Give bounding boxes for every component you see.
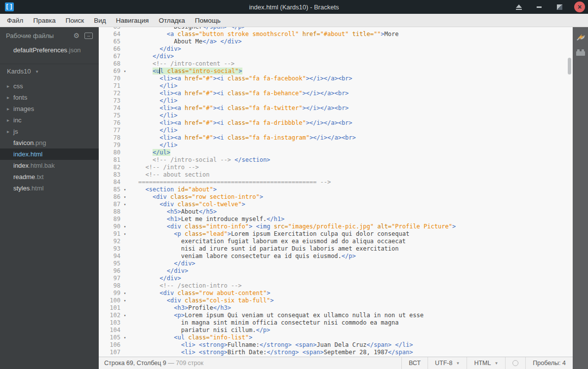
encoding-selector[interactable]: UTF-8 ▼ — [428, 357, 467, 369]
code-line-82[interactable]: 82 <!-- /intro --> — [99, 164, 573, 171]
chevron-right-icon[interactable]: ▸ — [7, 92, 9, 103]
code-line-63[interactable]: 63 Designer</span> </p> — [99, 27, 573, 31]
chevron-right-icon[interactable]: ▸ — [7, 114, 9, 126]
code-line-79[interactable]: 79 </li> — [99, 142, 573, 149]
extension-manager-icon[interactable] — [576, 49, 586, 56]
code-editor[interactable]: 63 Designer</span> </p>64 <a class="butt… — [99, 27, 573, 357]
fold-arrow-icon[interactable]: ▾ — [120, 201, 129, 208]
code-line-86[interactable]: 86▾ <div class="row section-intro"> — [99, 193, 573, 201]
line-number: 79 — [99, 142, 120, 149]
code-line-68[interactable]: 68 <!-- /intro-content --> — [99, 60, 573, 68]
chevron-right-icon[interactable]: ▸ — [7, 126, 9, 137]
fold-arrow-icon[interactable]: ▾ — [120, 193, 129, 201]
split-view-icon[interactable]: ↔ — [84, 33, 93, 39]
tree-folder-css[interactable]: ▸css — [0, 80, 99, 92]
chevron-right-icon[interactable]: ▸ — [7, 103, 9, 114]
menu-item[interactable]: Вид — [89, 14, 111, 27]
overwrite-toggle[interactable]: ВСТ — [401, 357, 428, 369]
menu-item[interactable]: Помощь — [190, 14, 226, 27]
maximize-button[interactable] — [554, 1, 565, 12]
code-line-67[interactable]: 67 </div> — [99, 53, 573, 60]
code-line-64[interactable]: 64 <a class="button stroke smoothscroll"… — [99, 31, 573, 38]
tree-file-index.html[interactable]: index.html — [0, 148, 99, 160]
indent-settings[interactable]: Пробелы: 4 — [525, 357, 573, 369]
vertical-scrollbar[interactable] — [568, 58, 571, 74]
code-line-88[interactable]: 88 <h5>About</h5> — [99, 208, 573, 216]
fold-arrow-icon[interactable]: ▾ — [120, 297, 129, 304]
code-line-78[interactable]: 78 <li><a href="#"><i class="fa fa-insta… — [99, 134, 573, 142]
code-line-84[interactable]: 84======================================… — [99, 179, 573, 186]
code-line-66[interactable]: 66 </div> — [99, 45, 573, 53]
code-line-77[interactable]: 77 </li> — [99, 127, 573, 134]
code-line-93[interactable]: 93 nisi ad irure sunt id pariatur Duis l… — [99, 245, 573, 253]
menu-item[interactable]: Отладка — [154, 14, 190, 27]
tree-folder-js[interactable]: ▸js — [0, 126, 99, 137]
tree-file-favicon.png[interactable]: favicon.png — [0, 137, 99, 148]
cursor-position[interactable]: Строка 69, Столбец 9 — 709 строк — [99, 360, 401, 367]
code-line-101[interactable]: 101 <h3>Profile</h3> — [99, 304, 573, 312]
code-line-75[interactable]: 75 </li> — [99, 112, 573, 119]
code-line-71[interactable]: 71 </li> — [99, 82, 573, 90]
fold-arrow-icon[interactable]: ▾ — [120, 290, 129, 297]
code-line-94[interactable]: 94 veniam labore consectetur ea id quis … — [99, 253, 573, 260]
code-line-80[interactable]: 80 </ul> — [99, 149, 573, 156]
tree-file-styles.html[interactable]: styles.html — [0, 183, 99, 194]
menu-item[interactable]: Навигация — [111, 14, 154, 27]
code-line-105[interactable]: 105▾ <ul class="info-list"> — [99, 334, 573, 341]
live-preview-status[interactable] — [505, 357, 525, 369]
fold-arrow-icon[interactable]: ▾ — [120, 68, 129, 75]
code-line-87[interactable]: 87▾ <div class="col-twelve"> — [99, 201, 573, 208]
code-line-95[interactable]: 95 </div> — [99, 260, 573, 267]
code-text: veniam labore consectetur ea id quis eiu… — [129, 253, 356, 260]
code-line-107[interactable]: 107 <li> <strong>Birth Date:</strong> <s… — [99, 349, 573, 356]
language-selector[interactable]: HTML ▼ — [467, 357, 505, 369]
code-line-72[interactable]: 72 <li><a href="#"><i class="fa fa-behan… — [99, 90, 573, 97]
fold-arrow-icon[interactable]: ▾ — [120, 186, 129, 193]
tree-file-index.html.bak[interactable]: index.html.bak — [0, 160, 99, 171]
shade-button[interactable] — [513, 1, 524, 12]
fold-arrow-icon[interactable]: ▾ — [120, 312, 129, 319]
code-line-98[interactable]: 98 <!-- /section-intro --> — [99, 282, 573, 290]
tree-folder-fonts[interactable]: ▸fonts — [0, 92, 99, 103]
code-line-76[interactable]: 76 <li><a href="#"><i class="fa fa-dribb… — [99, 119, 573, 127]
project-dropdown[interactable]: Kards10 ▼ — [0, 64, 99, 78]
code-line-100[interactable]: 100▾ <div class="col-six tab-full"> — [99, 297, 573, 304]
tree-folder-inc[interactable]: ▸inc — [0, 114, 99, 126]
tree-folder-images[interactable]: ▸images — [0, 103, 99, 114]
code-line-96[interactable]: 96 </div> — [99, 267, 573, 275]
menu-item[interactable]: Правка — [28, 14, 61, 27]
fold-arrow-icon[interactable]: ▾ — [120, 334, 129, 341]
code-line-69[interactable]: 69▾ <ul class="intro-social"> — [99, 68, 573, 75]
code-line-92[interactable]: 92 exercitation fugiat laborum ex ea eiu… — [99, 238, 573, 245]
fold-arrow-icon[interactable]: ▾ — [120, 223, 129, 230]
code-line-106[interactable]: 106 <li> <strong>Fullname:</strong> <spa… — [99, 341, 573, 349]
gear-icon[interactable]: ⚙ — [73, 32, 79, 39]
menu-item[interactable]: Поиск — [61, 14, 89, 27]
code-line-65[interactable]: 65 About Me</a> </div> — [99, 38, 573, 45]
menu-item[interactable]: Файл — [2, 14, 28, 27]
working-file-item[interactable]: defaultPreferences.json — [0, 44, 99, 57]
code-line-103[interactable]: 103 in magna sint minim officia consecte… — [99, 319, 573, 327]
code-line-89[interactable]: 89 <h1>Let me introduce myself.</h1> — [99, 216, 573, 223]
code-line-74[interactable]: 74 <li><a href="#"><i class="fa fa-twitt… — [99, 105, 573, 112]
code-line-73[interactable]: 73 </li> — [99, 97, 573, 105]
tree-file-readme.txt[interactable]: readme.txt — [0, 171, 99, 183]
code-line-83[interactable]: 83 <!-- about section — [99, 171, 573, 179]
spaces-value[interactable]: 4 — [562, 360, 566, 367]
code-line-85[interactable]: 85▾ <section id="about"> — [99, 186, 573, 193]
code-line-90[interactable]: 90▾ <div class="intro-info"> <img src="i… — [99, 223, 573, 230]
code-line-81[interactable]: 81 <!-- /intro-social --> </section> — [99, 156, 573, 164]
code-line-102[interactable]: 102▾ <p>Lorem ipsum Qui veniam ut conseq… — [99, 312, 573, 319]
item-name: inc — [13, 116, 22, 124]
code-line-97[interactable]: 97 </div> — [99, 275, 573, 282]
code-text: <!-- /intro-content --> — [129, 60, 235, 68]
close-button[interactable]: × — [574, 1, 585, 12]
chevron-right-icon[interactable]: ▸ — [7, 80, 9, 92]
live-preview-icon[interactable] — [576, 34, 586, 42]
minimize-button[interactable] — [534, 1, 545, 12]
code-line-104[interactable]: 104 pariatur nisi cillum.</p> — [99, 327, 573, 334]
code-line-91[interactable]: 91▾ <p class="lead">Lorem ipsum Exercita… — [99, 230, 573, 238]
fold-arrow-icon[interactable]: ▾ — [120, 230, 129, 238]
code-line-99[interactable]: 99▾ <div class="row about-content"> — [99, 290, 573, 297]
code-line-70[interactable]: 70 <li><a href="#"><i class="fa fa-faceb… — [99, 75, 573, 82]
